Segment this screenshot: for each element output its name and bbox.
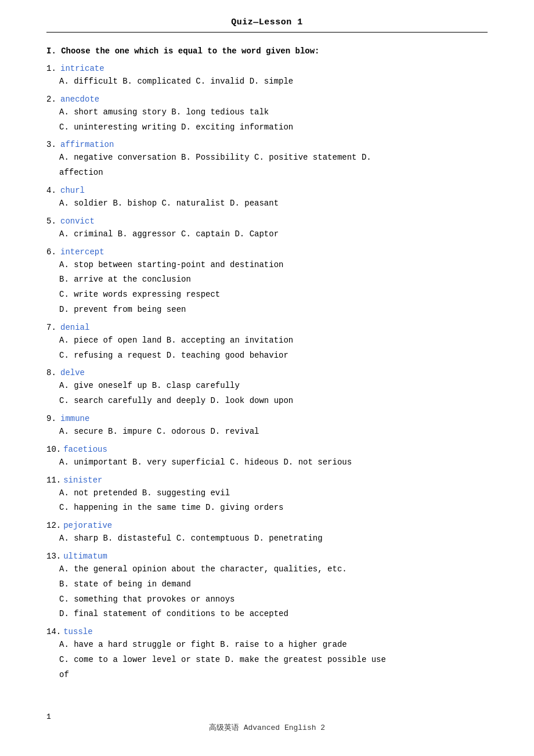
question-number-line: 9.immune [46, 414, 488, 423]
vocab-word: tussle [63, 627, 92, 636]
question-number-line: 14.tussle [46, 627, 488, 636]
answer-line: D. final statement of conditions to be a… [59, 607, 488, 621]
vocab-word: anecdote [60, 95, 99, 104]
page: Quiz—Lesson 1 I. Choose the one which is… [0, 0, 534, 756]
question-number: 9. [46, 414, 58, 423]
question-number: 13. [46, 552, 61, 561]
vocab-word: intricate [60, 64, 104, 73]
answer-line: A. not pretended B. suggesting evil [59, 487, 488, 501]
question-number: 6. [46, 247, 58, 257]
question-number: 8. [46, 368, 58, 377]
vocab-word: immune [60, 414, 89, 423]
footer-text: 高级英语 Advanced English 2 [209, 723, 325, 732]
answer-line: A. short amusing story B. long tedious t… [59, 106, 488, 120]
question-number: 11. [46, 476, 61, 485]
vocab-word: ultimatum [63, 552, 107, 561]
answer-line: C. come to a lower level or state D. mak… [59, 653, 488, 667]
vocab-word: pejorative [63, 521, 112, 530]
question-block: 7.denialA. piece of open land B. accepti… [46, 323, 488, 363]
question-number-line: 4.churl [46, 186, 488, 195]
answer-line: C. search carefully and deeply D. look d… [59, 394, 488, 408]
question-number-line: 11.sinister [46, 476, 488, 485]
question-number-line: 8.delve [46, 368, 488, 377]
answer-line: A. secure B. impure C. odorous D. reviva… [59, 425, 488, 439]
section-label: I. [46, 46, 56, 56]
question-block: 8.delveA. give oneself up B. clasp caref… [46, 368, 488, 408]
vocab-word: facetious [63, 445, 107, 454]
question-block: 12.pejorativeA. sharp B. distasteful C. … [46, 521, 488, 546]
answer-line: A. the general opinion about the charact… [59, 563, 488, 577]
question-block: 11.sinisterA. not pretended B. suggestin… [46, 476, 488, 516]
question-number: 3. [46, 140, 58, 149]
question-block: 3.affirmationA. negative conversation B.… [46, 140, 488, 180]
question-block: 2.anecdoteA. short amusing story B. long… [46, 95, 488, 135]
question-block: 13.ultimatumA. the general opinion about… [46, 552, 488, 621]
answer-line: A. sharp B. distasteful C. contemptuous … [59, 532, 488, 546]
vocab-word: sinister [63, 476, 102, 485]
section-text: Choose the one which is equal to the wor… [61, 46, 319, 56]
vocab-word: churl [60, 186, 85, 195]
question-block: 4.churlA. soldier B. bishop C. naturalis… [46, 186, 488, 211]
answer-line: C. write words expressing respect [59, 288, 488, 302]
answer-line: A. stop between starting-point and desti… [59, 258, 488, 272]
answer-line: A. have a hard struggle or fight B. rais… [59, 638, 488, 652]
answer-line: A. difficult B. complicated C. invalid D… [59, 75, 488, 89]
page-header: Quiz—Lesson 1 [46, 17, 488, 33]
question-number: 14. [46, 627, 61, 636]
answer-line: C. happening in the same time D. giving … [59, 501, 488, 515]
question-number-line: 2.anecdote [46, 95, 488, 104]
question-number: 12. [46, 521, 61, 530]
question-number-line: 10.facetious [46, 445, 488, 454]
question-block: 1.intricateA. difficult B. complicated C… [46, 64, 488, 89]
vocab-word: delve [60, 368, 85, 377]
question-number: 1. [46, 64, 58, 73]
question-block: 6.interceptA. stop between starting-poin… [46, 247, 488, 317]
answer-line: A. soldier B. bishop C. naturalist D. pe… [59, 197, 488, 211]
answer-line: of [59, 668, 488, 682]
vocab-word: intercept [60, 247, 104, 257]
answer-line: affection [59, 166, 488, 180]
question-number-line: 1.intricate [46, 64, 488, 73]
vocab-word: affirmation [60, 140, 114, 149]
question-block: 14.tussleA. have a hard struggle or figh… [46, 627, 488, 682]
answer-line: A. give oneself up B. clasp carefully [59, 379, 488, 393]
question-number: 4. [46, 186, 58, 195]
answer-line: A. criminal B. aggressor C. captain D. C… [59, 228, 488, 242]
page-title: Quiz—Lesson 1 [231, 17, 303, 27]
questions-container: 1.intricateA. difficult B. complicated C… [46, 64, 488, 682]
answer-line: C. something that provokes or annoys [59, 593, 488, 607]
question-block: 9.immuneA. secure B. impure C. odorous D… [46, 414, 488, 439]
question-number-line: 13.ultimatum [46, 552, 488, 561]
answer-line: A. unimportant B. very superficial C. hi… [59, 456, 488, 470]
question-number: 2. [46, 95, 58, 104]
answer-line: A. negative conversation B. Possibility … [59, 151, 488, 165]
answer-line: D. prevent from being seen [59, 303, 488, 317]
answer-line: B. arrive at the conclusion [59, 273, 488, 287]
answer-line: B. state of being in demand [59, 578, 488, 592]
question-number-line: 6.intercept [46, 247, 488, 257]
answer-line: C. uninteresting writing D. exciting inf… [59, 121, 488, 135]
answer-line: A. piece of open land B. accepting an in… [59, 334, 488, 348]
question-block: 5.convictA. criminal B. aggressor C. cap… [46, 217, 488, 242]
page-footer: 高级英语 Advanced English 2 [0, 722, 534, 733]
question-number: 7. [46, 323, 58, 332]
vocab-word: denial [60, 323, 89, 332]
question-number-line: 5.convict [46, 217, 488, 226]
question-number-line: 12.pejorative [46, 521, 488, 530]
vocab-word: convict [60, 217, 95, 226]
page-number: 1 [46, 712, 51, 721]
question-block: 10.facetiousA. unimportant B. very super… [46, 445, 488, 470]
question-number: 5. [46, 217, 58, 226]
question-number: 10. [46, 445, 61, 454]
question-number-line: 7.denial [46, 323, 488, 332]
section-instruction: I. Choose the one which is equal to the … [46, 46, 488, 56]
question-number-line: 3.affirmation [46, 140, 488, 149]
answer-line: C. refusing a request D. teaching good b… [59, 349, 488, 363]
